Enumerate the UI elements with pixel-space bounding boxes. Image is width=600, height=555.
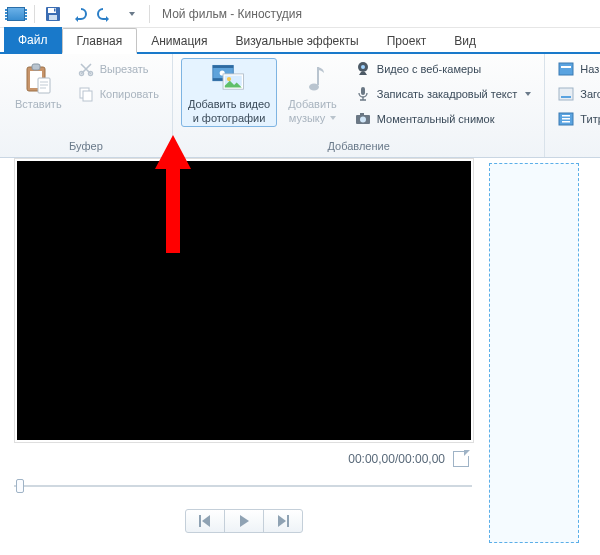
play-button[interactable] [224,509,264,533]
preview-pane: 00:00,00/00:00,00 [0,158,487,555]
tab-project[interactable]: Проект [373,29,441,52]
separator [149,5,150,23]
camera-icon [355,111,371,127]
group-text: Название Заголовок Титры [545,54,600,157]
redo-button[interactable] [95,4,115,24]
svg-rect-5 [32,64,40,70]
app-icon[interactable] [6,4,26,24]
content-area: 00:00,00/00:00,00 [0,158,600,555]
snapshot-label: Моментальный снимок [377,113,495,125]
fullscreen-icon[interactable] [453,451,469,467]
narration-label: Записать закадровый текст [377,88,518,100]
window-title: Мой фильм - Киностудия [162,7,302,21]
svg-rect-32 [562,118,570,120]
svg-point-24 [360,117,366,123]
titlebar: Мой фильм - Киностудия [0,0,600,28]
add-video-photos-button[interactable]: Добавить видео и фотографии [181,58,277,127]
svg-rect-28 [559,88,573,100]
webcam-label: Видео с веб-камеры [377,63,481,75]
music-icon [296,62,330,96]
group-clipboard-label: Буфер [69,138,103,155]
preview-viewer[interactable] [14,158,474,443]
group-text-label [594,138,597,155]
add-music-l2: музыку [289,112,326,124]
paste-button[interactable]: Вставить [8,58,69,113]
svg-rect-11 [83,91,92,101]
svg-rect-26 [559,63,573,75]
svg-rect-31 [562,115,570,117]
playback-controls [14,509,473,533]
svg-rect-3 [54,8,56,11]
slider-track [14,485,472,487]
svg-rect-13 [213,65,233,68]
svg-rect-35 [287,515,289,527]
tab-file[interactable]: Файл [4,27,62,52]
svg-rect-25 [360,113,364,116]
tab-home[interactable]: Главная [62,28,138,54]
title-button[interactable]: Название [553,58,600,80]
add-media-l2: и фотографии [193,112,266,124]
webcam-button[interactable]: Видео с веб-камеры [350,58,537,80]
credits-label: Титры [580,113,600,125]
add-media-l1: Добавить видео [188,98,270,110]
group-add-label: Добавление [327,138,389,155]
film-photo-icon [212,62,246,96]
title-icon [558,61,574,77]
prev-frame-button[interactable] [185,509,225,533]
chevron-down-icon [330,116,336,120]
timeline-pane [487,158,600,555]
svg-point-19 [309,84,319,91]
title-label: Название [580,63,600,75]
undo-button[interactable] [69,4,89,24]
microphone-icon [355,86,371,102]
ribbon: Вставить Вырезать Копировать Буфер [0,54,600,158]
tab-view[interactable]: Вид [440,29,490,52]
time-display: 00:00,00/00:00,00 [348,452,445,466]
svg-rect-29 [561,96,571,98]
cut-button[interactable]: Вырезать [73,58,164,80]
caption-label: Заголовок [580,88,600,100]
svg-point-18 [227,77,231,81]
separator [34,5,35,23]
paste-label: Вставить [15,98,62,110]
qat-dropdown[interactable] [121,4,141,24]
chevron-down-icon [525,92,531,96]
copy-button[interactable]: Копировать [73,83,164,105]
slider-thumb[interactable] [16,479,24,493]
timeline-drop-zone[interactable] [489,163,579,543]
save-button[interactable] [43,4,63,24]
next-frame-button[interactable] [263,509,303,533]
group-add: Добавить видео и фотографии Добавить муз… [173,54,545,157]
svg-rect-33 [562,121,570,123]
tab-visual-effects[interactable]: Визуальные эффекты [222,29,373,52]
copy-label: Копировать [100,88,159,100]
caption-button[interactable]: Заголовок [553,83,600,105]
svg-rect-2 [49,15,57,20]
seek-slider[interactable] [14,479,472,493]
ribbon-tabs: Файл Главная Анимация Визуальные эффекты… [0,28,600,54]
svg-rect-34 [199,515,201,527]
group-clipboard: Вставить Вырезать Копировать Буфер [0,54,173,157]
preview-canvas [17,161,471,440]
credits-icon [558,111,574,127]
credits-button[interactable]: Титры [553,108,600,130]
copy-icon [78,86,94,102]
webcam-icon [355,61,371,77]
clipboard-icon [21,62,55,96]
svg-point-21 [361,65,365,69]
tab-animation[interactable]: Анимация [137,29,221,52]
narration-button[interactable]: Записать закадровый текст [350,83,537,105]
scissors-icon [78,61,94,77]
svg-rect-22 [361,87,365,95]
cut-label: Вырезать [100,63,149,75]
snapshot-button[interactable]: Моментальный снимок [350,108,537,130]
add-music-button[interactable]: Добавить музыку [281,58,344,127]
svg-rect-27 [561,66,571,68]
add-music-l1: Добавить [288,98,337,110]
caption-icon [558,86,574,102]
